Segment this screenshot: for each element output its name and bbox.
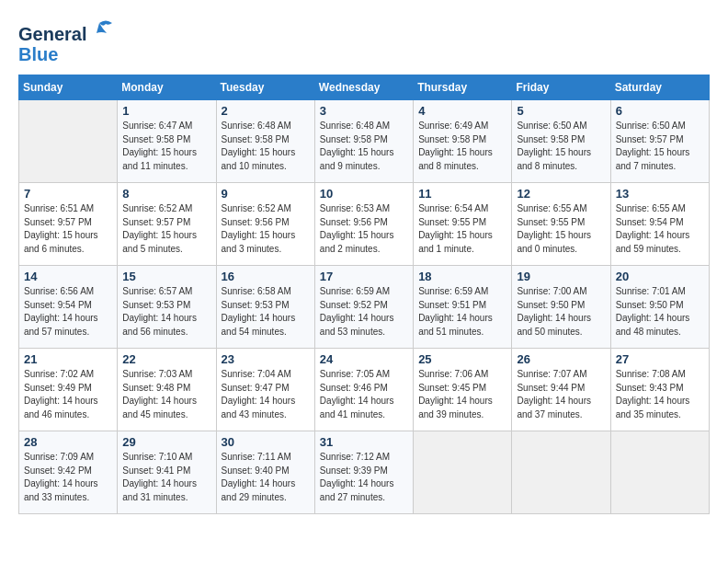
day-number: 15 — [122, 270, 210, 283]
day-number: 8 — [122, 187, 210, 201]
day-info: Sunrise: 6:53 AM Sunset: 9:56 PM Dayligh… — [320, 202, 408, 256]
day-number: 9 — [222, 187, 310, 201]
day-number: 18 — [418, 270, 506, 283]
day-cell: 4Sunrise: 6:49 AM Sunset: 9:58 PM Daylig… — [414, 100, 512, 183]
day-info: Sunrise: 7:08 AM Sunset: 9:43 PM Dayligh… — [616, 368, 704, 421]
day-cell: 12Sunrise: 6:55 AM Sunset: 9:55 PM Dayli… — [512, 183, 610, 266]
day-cell: 27Sunrise: 7:08 AM Sunset: 9:43 PM Dayli… — [610, 349, 709, 431]
day-info: Sunrise: 7:11 AM Sunset: 9:40 PM Dayligh… — [222, 451, 310, 504]
svg-text:Blue: Blue — [18, 44, 58, 64]
day-number: 24 — [320, 352, 408, 366]
day-cell: 7Sunrise: 6:51 AM Sunset: 9:57 PM Daylig… — [19, 183, 118, 266]
svg-text:General: General — [18, 24, 86, 44]
day-cell: 21Sunrise: 7:02 AM Sunset: 9:49 PM Dayli… — [19, 349, 118, 431]
week-row-5: 28Sunrise: 7:09 AM Sunset: 9:42 PM Dayli… — [19, 431, 710, 514]
day-cell: 22Sunrise: 7:03 AM Sunset: 9:48 PM Dayli… — [118, 349, 216, 431]
day-info: Sunrise: 7:05 AM Sunset: 9:46 PM Dayligh… — [320, 368, 408, 421]
day-cell: 25Sunrise: 7:06 AM Sunset: 9:45 PM Dayli… — [414, 349, 512, 431]
day-cell: 30Sunrise: 7:11 AM Sunset: 9:40 PM Dayli… — [216, 431, 314, 514]
day-number: 23 — [222, 352, 310, 366]
header-cell-thursday: Thursday — [414, 75, 512, 100]
day-info: Sunrise: 6:50 AM Sunset: 9:58 PM Dayligh… — [517, 120, 605, 173]
day-cell: 8Sunrise: 6:52 AM Sunset: 9:57 PM Daylig… — [118, 183, 216, 266]
day-info: Sunrise: 6:49 AM Sunset: 9:58 PM Dayligh… — [418, 120, 506, 173]
day-cell: 31Sunrise: 7:12 AM Sunset: 9:39 PM Dayli… — [314, 431, 413, 514]
day-cell: 2Sunrise: 6:48 AM Sunset: 9:58 PM Daylig… — [216, 100, 314, 183]
day-cell: 11Sunrise: 6:54 AM Sunset: 9:55 PM Dayli… — [414, 183, 512, 266]
day-number: 10 — [320, 187, 408, 201]
day-info: Sunrise: 6:48 AM Sunset: 9:58 PM Dayligh… — [320, 120, 408, 173]
day-number: 19 — [517, 270, 605, 283]
header-cell-friday: Friday — [512, 75, 610, 100]
day-number: 29 — [122, 435, 210, 449]
logo-svg: General Blue — [18, 18, 119, 69]
day-number: 11 — [418, 187, 506, 201]
logo: General Blue — [18, 18, 119, 69]
day-info: Sunrise: 7:03 AM Sunset: 9:48 PM Dayligh… — [122, 368, 210, 421]
day-cell: 9Sunrise: 6:52 AM Sunset: 9:56 PM Daylig… — [216, 183, 314, 266]
day-info: Sunrise: 6:55 AM Sunset: 9:55 PM Dayligh… — [517, 202, 605, 256]
day-number: 31 — [320, 435, 408, 449]
day-cell: 1Sunrise: 6:47 AM Sunset: 9:58 PM Daylig… — [118, 100, 216, 183]
week-row-2: 7Sunrise: 6:51 AM Sunset: 9:57 PM Daylig… — [19, 183, 710, 266]
day-number: 22 — [122, 352, 210, 366]
day-info: Sunrise: 6:59 AM Sunset: 9:52 PM Dayligh… — [320, 285, 408, 339]
day-cell: 13Sunrise: 6:55 AM Sunset: 9:54 PM Dayli… — [610, 183, 709, 266]
day-number: 2 — [222, 104, 310, 118]
day-number: 7 — [24, 187, 112, 201]
day-info: Sunrise: 6:54 AM Sunset: 9:55 PM Dayligh… — [418, 202, 506, 256]
day-cell: 6Sunrise: 6:50 AM Sunset: 9:57 PM Daylig… — [610, 100, 709, 183]
day-info: Sunrise: 7:10 AM Sunset: 9:41 PM Dayligh… — [122, 451, 210, 504]
week-row-4: 21Sunrise: 7:02 AM Sunset: 9:49 PM Dayli… — [19, 349, 710, 431]
day-cell: 5Sunrise: 6:50 AM Sunset: 9:58 PM Daylig… — [512, 100, 610, 183]
day-number: 21 — [24, 352, 112, 366]
day-info: Sunrise: 6:59 AM Sunset: 9:51 PM Dayligh… — [418, 285, 506, 339]
day-info: Sunrise: 6:51 AM Sunset: 9:57 PM Dayligh… — [24, 202, 112, 256]
day-info: Sunrise: 6:58 AM Sunset: 9:53 PM Dayligh… — [222, 285, 310, 339]
day-cell: 10Sunrise: 6:53 AM Sunset: 9:56 PM Dayli… — [314, 183, 413, 266]
day-number: 3 — [320, 104, 408, 118]
day-info: Sunrise: 6:57 AM Sunset: 9:53 PM Dayligh… — [122, 285, 210, 339]
header-row: SundayMondayTuesdayWednesdayThursdayFrid… — [19, 75, 710, 100]
day-cell: 19Sunrise: 7:00 AM Sunset: 9:50 PM Dayli… — [512, 266, 610, 349]
day-cell: 15Sunrise: 6:57 AM Sunset: 9:53 PM Dayli… — [118, 266, 216, 349]
day-info: Sunrise: 6:55 AM Sunset: 9:54 PM Dayligh… — [616, 202, 704, 256]
day-info: Sunrise: 7:02 AM Sunset: 9:49 PM Dayligh… — [24, 368, 112, 421]
day-number: 27 — [616, 352, 704, 366]
day-info: Sunrise: 7:00 AM Sunset: 9:50 PM Dayligh… — [517, 285, 605, 339]
day-cell — [19, 100, 118, 183]
day-number: 20 — [616, 270, 704, 283]
day-cell: 24Sunrise: 7:05 AM Sunset: 9:46 PM Dayli… — [314, 349, 413, 431]
week-row-1: 1Sunrise: 6:47 AM Sunset: 9:58 PM Daylig… — [19, 100, 710, 183]
day-cell: 3Sunrise: 6:48 AM Sunset: 9:58 PM Daylig… — [314, 100, 413, 183]
day-info: Sunrise: 6:48 AM Sunset: 9:58 PM Dayligh… — [222, 120, 310, 173]
day-info: Sunrise: 7:12 AM Sunset: 9:39 PM Dayligh… — [320, 451, 408, 504]
day-info: Sunrise: 7:09 AM Sunset: 9:42 PM Dayligh… — [24, 451, 112, 504]
day-info: Sunrise: 7:06 AM Sunset: 9:45 PM Dayligh… — [418, 368, 506, 421]
day-cell: 18Sunrise: 6:59 AM Sunset: 9:51 PM Dayli… — [414, 266, 512, 349]
calendar-table: SundayMondayTuesdayWednesdayThursdayFrid… — [18, 75, 710, 514]
day-info: Sunrise: 6:50 AM Sunset: 9:57 PM Dayligh… — [616, 120, 704, 173]
day-cell: 23Sunrise: 7:04 AM Sunset: 9:47 PM Dayli… — [216, 349, 314, 431]
day-info: Sunrise: 6:56 AM Sunset: 9:54 PM Dayligh… — [24, 285, 112, 339]
day-cell — [414, 431, 512, 514]
header-cell-tuesday: Tuesday — [216, 75, 314, 100]
day-number: 17 — [320, 270, 408, 283]
week-row-3: 14Sunrise: 6:56 AM Sunset: 9:54 PM Dayli… — [19, 266, 710, 349]
day-number: 28 — [24, 435, 112, 449]
day-cell: 14Sunrise: 6:56 AM Sunset: 9:54 PM Dayli… — [19, 266, 118, 349]
day-number: 30 — [222, 435, 310, 449]
day-number: 26 — [517, 352, 605, 366]
day-number: 12 — [517, 187, 605, 201]
page-header: General Blue — [18, 18, 710, 69]
day-number: 13 — [616, 187, 704, 201]
day-number: 25 — [418, 352, 506, 366]
day-info: Sunrise: 6:47 AM Sunset: 9:58 PM Dayligh… — [122, 120, 210, 173]
header-cell-wednesday: Wednesday — [314, 75, 413, 100]
day-number: 1 — [122, 104, 210, 118]
day-cell: 20Sunrise: 7:01 AM Sunset: 9:50 PM Dayli… — [610, 266, 709, 349]
day-info: Sunrise: 7:04 AM Sunset: 9:47 PM Dayligh… — [222, 368, 310, 421]
header-cell-sunday: Sunday — [19, 75, 118, 100]
day-info: Sunrise: 7:01 AM Sunset: 9:50 PM Dayligh… — [616, 285, 704, 339]
day-number: 16 — [222, 270, 310, 283]
